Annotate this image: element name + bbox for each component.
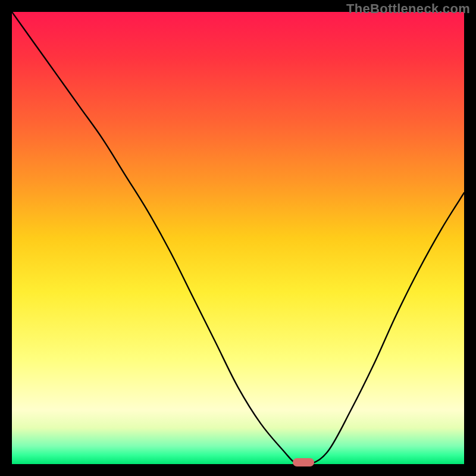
chart-plot-area <box>12 12 464 464</box>
bottleneck-curve <box>12 12 464 464</box>
chart-frame: TheBottleneck.com <box>0 0 476 476</box>
watermark-text: TheBottleneck.com <box>346 1 470 17</box>
optimal-marker <box>293 458 314 466</box>
curve-path <box>12 12 464 464</box>
